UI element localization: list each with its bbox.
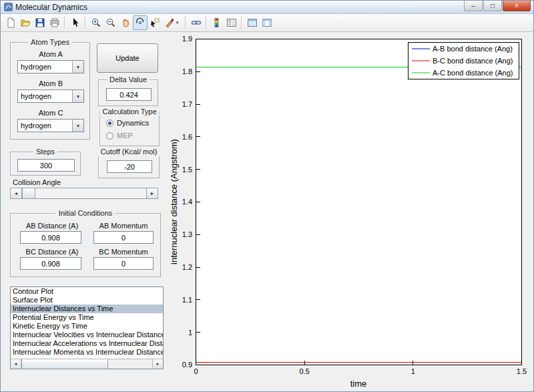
window-titlebar[interactable]: Molecular Dynamics – □ × [1, 1, 533, 14]
window-icon [4, 3, 13, 11]
atom-a-value: hydrogen [18, 63, 72, 71]
list-item[interactable]: Potential Energy vs Time [11, 313, 163, 322]
list-item[interactable]: Internuclear Accelerations vs Internucle… [11, 339, 163, 348]
y-tick-label: 1.1 [182, 296, 192, 304]
y-tick-label: 1.4 [182, 198, 192, 206]
show-plot-tools-button[interactable] [260, 15, 274, 30]
toolbar-separator [241, 16, 242, 29]
radio-dynamics[interactable]: Dynamics [106, 119, 149, 127]
radio-mep-label: MEP [117, 132, 133, 140]
list-item[interactable]: Contour Plot [11, 287, 163, 296]
atom-a-label: Atom A [11, 50, 91, 59]
data-cursor-button[interactable] [148, 15, 162, 30]
collision-angle-label: Collision Angle [13, 178, 61, 187]
link-plot-button[interactable] [189, 15, 204, 30]
print-button[interactable] [47, 15, 62, 30]
chevron-down-icon[interactable]: ▼ [72, 90, 83, 102]
chevron-down-icon[interactable]: ▼ [72, 61, 83, 73]
x-tick-label: 1.5 [517, 367, 527, 375]
insert-colorbar-button[interactable] [210, 15, 224, 30]
insert-legend-icon [226, 17, 237, 28]
y-tick-label: 1.8 [182, 67, 192, 75]
hscroll-left-arrow[interactable]: ◄ [11, 359, 21, 369]
steps-title: Steps [33, 148, 57, 156]
data-cursor-icon [150, 17, 160, 28]
list-item[interactable]: Surface Plot [11, 296, 163, 305]
atom-types-panel: Atom Types Atom A hydrogen ▼ Atom B hydr… [10, 42, 90, 140]
hscroll-right-arrow[interactable]: ► [152, 359, 163, 369]
legend-label-ab: A-B bond distance (Ang) [433, 45, 513, 53]
close-button[interactable]: × [503, 1, 531, 11]
plot-type-listbox: Contour Plot Surface Plot Internuclear D… [10, 286, 164, 369]
steps-field[interactable]: 300 [17, 159, 75, 172]
zoom-out-button[interactable] [103, 15, 118, 30]
rotate-3d-button[interactable] [133, 15, 148, 30]
y-tick-label: 1.3 [182, 230, 192, 238]
minimize-button[interactable]: – [464, 1, 483, 11]
x-tick-label: 0 [194, 367, 198, 375]
slider-thumb[interactable] [22, 188, 35, 198]
insert-legend-button[interactable] [224, 15, 239, 30]
hscroll-thumb[interactable] [21, 359, 108, 369]
chevron-down-icon[interactable]: ▼ [72, 120, 83, 132]
pan-button[interactable] [118, 15, 133, 30]
bc-distance-label: BC Distance (A) [17, 248, 87, 256]
atom-b-label: Atom B [11, 79, 91, 88]
molecular-dynamics-window: Molecular Dynamics – □ × [0, 0, 534, 392]
insert-colorbar-icon [212, 17, 222, 28]
list-item[interactable]: Internuclear Velocities vs Internuclear … [11, 331, 163, 339]
hide-plot-tools-button[interactable] [245, 15, 260, 30]
toolbar-separator [206, 16, 206, 29]
calculation-type-panel: Calculation Type Dynamics MEP [99, 112, 160, 146]
legend-label-ac: A-C bond distance (Ang) [433, 69, 513, 77]
atom-c-select[interactable]: hydrogen ▼ [17, 119, 84, 132]
window-title: Molecular Dynamics [15, 3, 87, 12]
atom-c-value: hydrogen [18, 122, 72, 130]
listbox-hscrollbar[interactable]: ◄ ► [11, 359, 163, 369]
x-tick-label: 0.5 [300, 367, 310, 375]
save-figure-icon [35, 17, 45, 28]
radio-unselected-icon [106, 132, 113, 140]
y-tick-label: 1.6 [182, 133, 192, 141]
atom-b-select[interactable]: hydrogen ▼ [17, 89, 84, 103]
atom-a-select[interactable]: hydrogen ▼ [17, 60, 84, 73]
update-button[interactable]: Update [97, 43, 158, 73]
slider-right-arrow[interactable]: ► [146, 188, 158, 198]
collision-angle-slider[interactable]: ◄ ► [10, 188, 158, 199]
open-file-button[interactable] [18, 15, 33, 30]
radio-mep[interactable]: MEP [106, 132, 133, 140]
y-axis-label: internuclear distance (Angstrom) [169, 139, 179, 264]
brush-data-button[interactable]: ▾ [162, 15, 181, 30]
legend-label-bc: B-C bond distance (Ang) [433, 57, 513, 65]
slider-left-arrow[interactable]: ◄ [11, 188, 22, 198]
bc-momentum-field[interactable]: 0 [93, 257, 154, 270]
y-tick-labels: 0.9 1 1.1 1.2 1.3 1.4 1.5 1.6 1.7 1.8 1.… [182, 35, 192, 369]
x-tick-label: 1 [411, 367, 415, 375]
bc-distance-field[interactable]: 0.908 [20, 257, 81, 270]
list-item[interactable]: Kinetic Energy vs Time [11, 322, 163, 331]
edit-plot-button[interactable] [68, 15, 83, 30]
maximize-button[interactable]: □ [483, 1, 502, 11]
list-item[interactable]: Internuclear Momenta vs Internuclear Dis… [11, 348, 163, 357]
delta-value-field[interactable]: 0.424 [106, 88, 152, 101]
atom-b-value: hydrogen [18, 92, 72, 100]
y-tick-label: 1 [188, 329, 192, 337]
cutoff-panel: Cutoff (Kcal/ mol) -20 [98, 152, 160, 178]
save-figure-button[interactable] [33, 15, 47, 30]
list-item-selected[interactable]: Internuclear Distances vs Time [11, 305, 163, 313]
plot-area: 0.9 1 1.1 1.2 1.3 1.4 1.5 1.6 1.7 1.8 1.… [169, 33, 534, 392]
radio-dynamics-label: Dynamics [117, 119, 149, 127]
cutoff-field[interactable]: -20 [107, 160, 152, 173]
steps-panel: Steps 300 [10, 152, 81, 176]
update-button-label: Update [115, 54, 139, 62]
rotate-3d-icon [135, 17, 146, 28]
new-figure-icon [5, 17, 16, 28]
zoom-in-button[interactable] [89, 15, 103, 30]
initial-conditions-panel: Initial Conditions AB Distance (A) AB Mo… [10, 213, 161, 277]
link-plot-icon [191, 17, 202, 28]
ab-distance-field[interactable]: 0.908 [20, 231, 81, 244]
show-plot-tools-icon [262, 17, 272, 28]
new-figure-button[interactable] [3, 15, 18, 30]
delta-value-title: Delta Value [107, 75, 150, 84]
ab-momentum-field[interactable]: 0 [93, 231, 154, 244]
